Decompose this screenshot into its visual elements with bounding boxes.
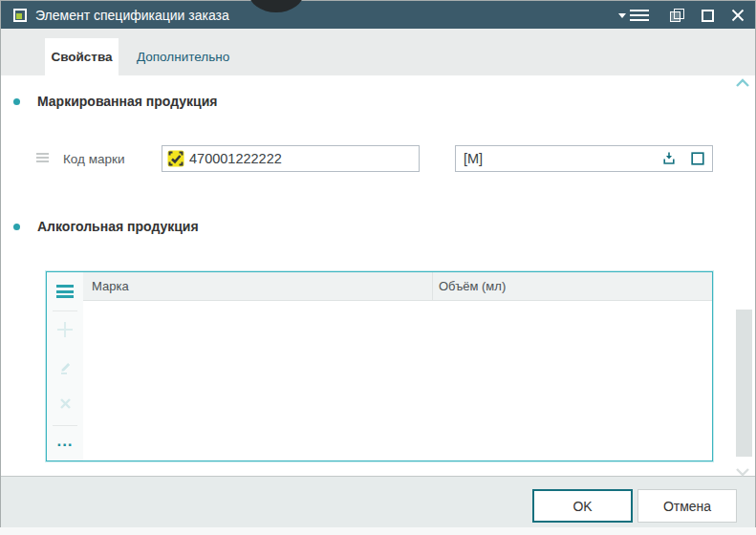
maximize-button[interactable] (697, 6, 718, 25)
footer: OK Отмена (1, 476, 755, 527)
tab-additional[interactable]: Дополнительно (119, 38, 248, 75)
import-icon (661, 151, 677, 166)
close-icon (731, 9, 745, 22)
toolbar-separator (53, 425, 77, 426)
edit-row-button[interactable] (47, 359, 83, 374)
dialog-window: Элемент спецификации заказа Свойства Доп… (0, 0, 756, 527)
scrollbar-thumb[interactable] (736, 310, 752, 457)
restore-icon (670, 9, 684, 22)
alcohol-table: ... Марка Объём (мл) (46, 271, 713, 461)
scan-check-icon (167, 150, 184, 167)
mask-input[interactable] (464, 151, 651, 166)
tab-bar: Свойства Дополнительно (1, 29, 755, 75)
table-menu-button[interactable] (47, 283, 83, 300)
table-toolbar: ... (47, 272, 83, 460)
window-menu-button[interactable] (616, 6, 651, 25)
x-icon (59, 397, 72, 410)
mask-input-wrap (455, 145, 713, 172)
section-title-marked: Маркированная продукция (37, 94, 217, 109)
window-title: Элемент спецификации заказа (35, 1, 229, 30)
scroll-up-button[interactable] (735, 75, 750, 87)
restore-button[interactable] (664, 6, 689, 25)
mark-code-label: Код марки (63, 152, 124, 166)
more-button[interactable]: ... (47, 435, 83, 448)
chevron-up-icon (735, 77, 750, 89)
maximize-icon (702, 10, 714, 22)
bullet-icon (13, 98, 20, 105)
mark-code-input-wrap (162, 145, 420, 172)
titlebar: Элемент спецификации заказа (1, 1, 755, 30)
app-icon (13, 9, 27, 22)
table-header: Марка Объём (мл) (83, 272, 712, 301)
bullet-icon (13, 224, 20, 230)
column-header-mark[interactable]: Марка (83, 272, 433, 300)
pencil-icon (58, 360, 73, 374)
table-body[interactable] (83, 301, 712, 460)
field-menu-icon[interactable] (36, 153, 49, 162)
mark-code-input[interactable] (189, 151, 419, 166)
toolbar-separator (53, 310, 77, 311)
close-button[interactable] (725, 6, 750, 25)
column-header-volume[interactable]: Объём (мл) (433, 272, 712, 300)
hamburger-icon (630, 10, 649, 21)
scroll-down-button[interactable] (735, 464, 750, 476)
app-icon-fill (16, 13, 22, 19)
ok-button[interactable]: OK (532, 489, 633, 523)
add-row-button[interactable] (47, 322, 83, 337)
square-outline-icon (691, 152, 704, 165)
section-title-alcohol: Алкогольная продукция (37, 219, 199, 234)
open-editor-button[interactable] (687, 147, 708, 170)
import-button[interactable] (659, 147, 680, 170)
cancel-button[interactable]: Отмена (637, 489, 737, 523)
delete-row-button[interactable] (47, 396, 83, 410)
ellipsis-icon: ... (56, 437, 73, 446)
tab-properties[interactable]: Свойства (45, 38, 119, 75)
chevron-down-icon (618, 13, 626, 18)
table-menu-icon (56, 285, 74, 298)
plus-icon (57, 322, 73, 337)
chevron-down-icon (735, 466, 750, 478)
